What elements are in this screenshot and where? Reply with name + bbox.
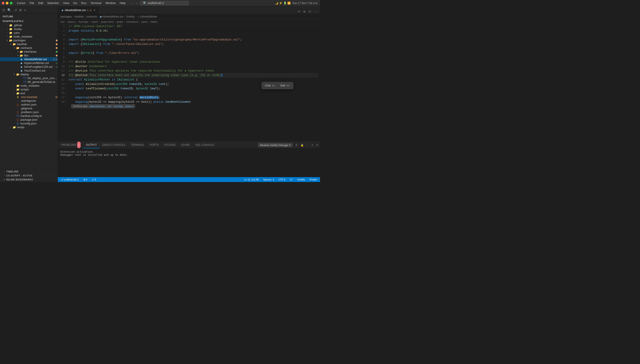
sidebar-item-github[interactable]: › 📁 .github (0, 23, 58, 27)
search-box[interactable]: 🔍 scaffold-eth-2 (140, 1, 189, 5)
sub-inheritance[interactable]: inheritance (126, 20, 138, 23)
sidebar-item-nextjs[interactable]: › 📁 nextjs (0, 125, 58, 129)
status-spaces[interactable]: Spaces: 4 (262, 178, 275, 181)
search-sidebar-icon[interactable]: 🔍 (7, 8, 12, 12)
sub-report[interactable]: report (91, 20, 98, 23)
sidebar-item-contracts[interactable]: ▾ 📂 contracts (0, 46, 58, 50)
status-language[interactable]: Solidity (296, 178, 306, 181)
breadcrumb-solidity[interactable]: Solidity (126, 15, 135, 18)
sidebar-item-package-json[interactable]: {} package.json (0, 118, 58, 122)
status-errors[interactable]: ⊗ 0 (82, 178, 88, 181)
breadcrumb-hardhat[interactable]: hardhat (74, 15, 84, 18)
sidebar-item-semi-fungible[interactable]: ◆ SemiFungible1155.sol U (0, 65, 58, 69)
nav-back-button[interactable]: ‹ (131, 1, 134, 5)
sidebar-item-deploy2[interactable]: TS 99_generateTsAbis.ts (0, 80, 58, 84)
sidebar-item-yarn[interactable]: › 📁 .yarn (0, 31, 58, 35)
chat-button[interactable]: Chat ⌘L (263, 83, 277, 88)
status-warnings[interactable]: ⚠ 0 (91, 178, 97, 181)
menu-file[interactable]: File (28, 1, 36, 5)
split-icon[interactable]: ⊡ (308, 9, 312, 14)
panel-lock-icon[interactable]: 🔒 (300, 143, 305, 147)
menu-edit[interactable]: Edit (36, 1, 45, 5)
extensions-icon[interactable]: ⊞ (18, 8, 22, 12)
menu-run[interactable]: Run (79, 1, 88, 5)
menu-window[interactable]: Window (104, 1, 117, 5)
sidebar-cs-script[interactable]: › CS-SCRIPT - ACTIVE (0, 174, 58, 178)
sidebar-item-tsconfig[interactable]: ⊞ tsconfig.json (0, 122, 58, 125)
sidebar-item-env[interactable]: $ .env.example M (0, 95, 58, 99)
panel-list-icon[interactable]: ☰ (294, 143, 299, 147)
sub-flatten[interactable]: flatten (151, 20, 158, 23)
panel-tab-azure[interactable]: AZURE (178, 142, 193, 148)
sidebar-item-prettierrc[interactable]: {} .prettierrc.json (0, 110, 58, 114)
sidebar-item-interfaces[interactable]: ▾ 📂 interfaces (0, 50, 58, 54)
sub-funcsigs[interactable]: funcSigs (79, 20, 88, 23)
code-editor[interactable]: 1 2 3 4 5 6 7 8 9 10 11 12 13 14 (58, 24, 320, 142)
explorer-icon[interactable]: ⊡ (2, 8, 6, 12)
sub-uml[interactable]: uml (60, 20, 64, 23)
more-sidebar-icon[interactable]: ∨ (23, 8, 27, 12)
maximize-button[interactable] (10, 2, 12, 4)
status-eol[interactable]: LF (289, 178, 294, 181)
panel-tab-gitlens[interactable]: GITLENS (162, 142, 178, 148)
panel-tab-ports[interactable]: PORTS (147, 142, 161, 148)
panel-tab-problems[interactable]: PROBLEMS 1 (59, 142, 83, 148)
tooltip-link-drawio[interactable]: draw.io (125, 105, 133, 108)
status-branch[interactable]: ⎇ scaffold-eth-2 (60, 178, 80, 181)
edit-button[interactable]: Edit ⌘K (278, 83, 292, 88)
sub-drawio[interactable]: draw.io (68, 20, 76, 23)
menu-terminal[interactable]: Terminal (89, 1, 103, 5)
breadcrumb-packages[interactable]: packages (60, 15, 72, 18)
sidebar-item-hardhat[interactable]: ▾ 📂 hardhat (0, 42, 58, 46)
sidebar-item-node-modules[interactable]: › 📁 node_modules (0, 35, 58, 38)
nav-forward-button[interactable]: › (136, 1, 138, 5)
sidebar-item-deploy1[interactable]: TS 00_deploy_your_contract.ts (0, 76, 58, 80)
status-encoding[interactable]: UTF-8 (278, 178, 286, 181)
sidebar-timeline[interactable]: › TIMELINE (0, 170, 58, 174)
sidebar-item-node-modules2[interactable]: › 📁 node_modules (0, 84, 58, 88)
layout-icon[interactable]: ⊞ (302, 9, 307, 14)
sidebar-item-hypercert-minter[interactable]: ◆ HypercertMinter.sol U (0, 61, 58, 65)
menu-go[interactable]: Go (72, 1, 79, 5)
breadcrumb-contracts[interactable]: contracts (86, 15, 97, 18)
menu-cursor[interactable]: Cursor (15, 1, 27, 5)
panel-tab-output[interactable]: OUTPUT (83, 142, 100, 148)
sidebar-item-your-contract[interactable]: ◆ YourContract.sol (0, 69, 58, 72)
sidebar-item-husky[interactable]: › 📁 .husky (0, 27, 58, 31)
panel-more-icon[interactable]: ··· (306, 143, 310, 147)
menu-help[interactable]: Help (118, 1, 127, 5)
panel-dropdown[interactable]: Meadow Solidity Debugge ▾ (258, 143, 293, 147)
more-icon[interactable]: ··· (313, 9, 317, 14)
sidebar-item-libs[interactable]: ▾ 📂 libs (0, 54, 58, 57)
panel-tab-sql[interactable]: SQL CONSOLE (193, 142, 217, 148)
panel-tab-debug[interactable]: DEBUG CONSOLE (100, 142, 128, 148)
breadcrumb-file[interactable]: ◆ AllowlistMinter.sol (100, 15, 123, 18)
sidebar-item-scripts[interactable]: › 📁 scripts (0, 88, 58, 91)
status-formatter[interactable]: Prettier (309, 178, 318, 181)
panel-tab-terminal[interactable]: TERMINAL (128, 142, 147, 148)
panel-close-icon[interactable]: ✕ (315, 143, 319, 147)
traffic-lights[interactable] (2, 2, 12, 4)
sidebar-item-hardhat-config[interactable]: TS hardhat.config.ts (0, 114, 58, 118)
menu-view[interactable]: View (61, 1, 71, 5)
sub-graph-this[interactable]: graph (this) (101, 20, 114, 23)
source-control-icon[interactable]: ⎇ (13, 8, 18, 12)
sidebar-item-test[interactable]: › 📁 test (0, 91, 58, 95)
sub-graph[interactable]: graph (117, 20, 123, 23)
close-button[interactable] (2, 2, 4, 4)
tab-allowlist-minter[interactable]: ◆ AllowlistMinter.sol 1, U ✕ (59, 7, 99, 14)
sidebar-item-allowlist-minter[interactable]: ◆ AllowlistMinter.sol 1, U (0, 57, 58, 61)
tooltip-link-funcsigs[interactable]: funcSigs (114, 105, 123, 108)
panel-collapse-icon[interactable]: ∧ (310, 143, 314, 147)
sidebar-item-packages[interactable]: ▾ 📂 packages (0, 38, 58, 42)
tooltip-link-uml[interactable]: uml (107, 105, 111, 108)
menu-selection[interactable]: Selection (45, 1, 61, 5)
sidebar-item-eslintignore[interactable]: · .eslintignore (0, 99, 58, 103)
sidebar-item-deploy[interactable]: ▾ 📂 deploy (0, 72, 58, 76)
sidebar-item-gitignore[interactable]: · .gitignore (0, 106, 58, 110)
minimize-button[interactable] (6, 2, 8, 4)
sidebar-item-eslintrc[interactable]: {} .eslintrc.json (0, 103, 58, 106)
breadcrumb-contract[interactable]: ⊹ AllowlistMinter (137, 15, 157, 18)
tab-close-button[interactable]: ✕ (93, 8, 96, 12)
sub-parse[interactable]: parse (142, 20, 148, 23)
